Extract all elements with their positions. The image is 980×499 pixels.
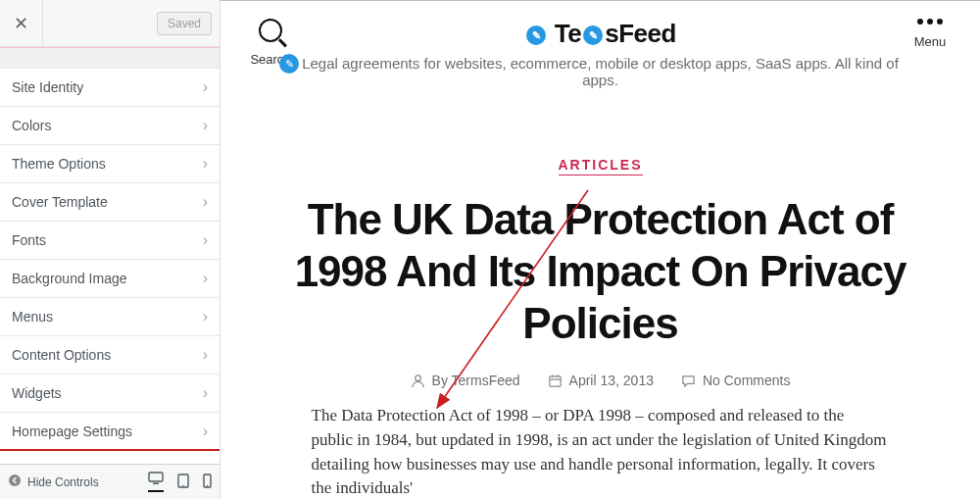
customizer-footer: Hide Controls xyxy=(0,464,220,499)
collapse-left-icon xyxy=(8,474,22,490)
svg-rect-10 xyxy=(549,376,560,386)
sidebar-item-widgets[interactable]: Widgets › xyxy=(0,374,220,413)
device-preview-toggle xyxy=(148,472,212,492)
customizer-section-list: Site Identity › Colors › Theme Options ›… xyxy=(0,47,220,464)
customizer-topbar: ✕ Saved xyxy=(0,0,220,47)
chevron-right-icon: › xyxy=(203,193,208,211)
chevron-right-icon: › xyxy=(203,78,208,96)
search-toggle[interactable]: Search ✎ xyxy=(250,19,291,67)
sidebar-item-theme-options[interactable]: Theme Options › xyxy=(0,145,220,183)
menu-toggle[interactable]: Menu xyxy=(909,19,951,49)
svg-point-4 xyxy=(182,484,183,485)
article-body-excerpt: The Data Protection Act of 1998 – or DPA… xyxy=(312,404,890,499)
sidebar-item-label: Widgets xyxy=(12,385,62,401)
site-logo[interactable]: ✎ Te✎sFeed xyxy=(291,19,909,49)
customizer-sidebar: ✕ Saved Site Identity › Colors › Theme O… xyxy=(0,0,220,499)
site-preview-pane: Search ✎ ✎ Te✎sFeed Legal agreements for… xyxy=(220,0,980,499)
ellipsis-icon xyxy=(917,19,943,25)
svg-point-6 xyxy=(207,484,208,485)
edit-shortcut-icon[interactable]: ✎ xyxy=(526,25,546,45)
sidebar-item-unknown-top[interactable] xyxy=(0,47,220,69)
chevron-right-icon: › xyxy=(203,423,208,440)
sidebar-item-colors[interactable]: Colors › xyxy=(0,107,220,145)
meta-author[interactable]: By TermsFeed xyxy=(411,373,520,388)
close-customizer-button[interactable]: ✕ xyxy=(0,0,43,47)
article-meta: By TermsFeed April 13, 2013 No Comments xyxy=(250,373,951,388)
chevron-right-icon: › xyxy=(203,346,208,364)
sidebar-item-label: Cover Template xyxy=(12,194,108,210)
device-desktop-icon[interactable] xyxy=(148,472,164,492)
comment-icon xyxy=(681,374,696,388)
sidebar-item-label: Site Identity xyxy=(12,79,83,95)
sidebar-item-label: Theme Options xyxy=(12,156,106,172)
saved-status-button[interactable]: Saved xyxy=(157,12,212,35)
hide-controls-button[interactable]: Hide Controls xyxy=(8,474,99,490)
search-icon xyxy=(259,19,282,42)
site-tagline: Legal agreements for websites, ecommerce… xyxy=(291,55,909,88)
article-category[interactable]: ARTICLES xyxy=(250,157,951,173)
hide-controls-label: Hide Controls xyxy=(27,475,99,489)
edit-shortcut-icon[interactable]: ✎ xyxy=(279,54,299,74)
sidebar-item-label: Colors xyxy=(12,118,51,133)
logo-text-right: sFeed xyxy=(605,19,676,48)
chevron-right-icon: › xyxy=(203,231,208,249)
svg-rect-2 xyxy=(153,483,159,485)
sidebar-item-label: Fonts xyxy=(12,232,46,248)
sidebar-item-content-options[interactable]: Content Options › xyxy=(0,336,220,374)
device-tablet-icon[interactable] xyxy=(177,474,189,491)
sidebar-item-woocommerce[interactable]: WooCommerce › xyxy=(0,451,220,464)
chevron-right-icon: › xyxy=(203,384,208,402)
chevron-right-icon: › xyxy=(203,270,208,287)
site-header: Search ✎ ✎ Te✎sFeed Legal agreements for… xyxy=(250,19,951,88)
article-title: The UK Data Protection Act of 1998 And I… xyxy=(250,194,951,349)
sidebar-item-label: Content Options xyxy=(12,347,111,363)
svg-point-0 xyxy=(9,474,21,486)
svg-point-9 xyxy=(415,375,420,381)
sidebar-item-menus[interactable]: Menus › xyxy=(0,298,220,336)
edit-shortcut-icon[interactable]: ✎ xyxy=(583,25,603,45)
sidebar-item-label: WooCommerce xyxy=(12,462,107,464)
sidebar-item-label: Homepage Settings xyxy=(12,424,132,439)
menu-label: Menu xyxy=(914,34,947,49)
logo-text-left: Te xyxy=(555,19,581,48)
svg-rect-1 xyxy=(149,473,163,481)
calendar-icon xyxy=(548,374,563,388)
meta-comments[interactable]: No Comments xyxy=(681,373,790,388)
sidebar-item-cover-template[interactable]: Cover Template › xyxy=(0,183,220,222)
user-icon xyxy=(411,374,425,388)
sidebar-item-label: Background Image xyxy=(12,271,127,286)
sidebar-item-homepage-settings[interactable]: Homepage Settings › xyxy=(0,413,220,451)
chevron-right-icon: › xyxy=(203,461,208,464)
meta-date: April 13, 2013 xyxy=(548,373,654,388)
chevron-right-icon: › xyxy=(203,308,208,325)
chevron-right-icon: › xyxy=(203,155,208,173)
sidebar-item-background-image[interactable]: Background Image › xyxy=(0,260,220,298)
sidebar-item-site-identity[interactable]: Site Identity › xyxy=(0,69,220,107)
chevron-right-icon: › xyxy=(203,117,208,134)
sidebar-item-label: Menus xyxy=(12,309,53,324)
sidebar-item-fonts[interactable]: Fonts › xyxy=(0,222,220,260)
device-mobile-icon[interactable] xyxy=(203,474,212,491)
